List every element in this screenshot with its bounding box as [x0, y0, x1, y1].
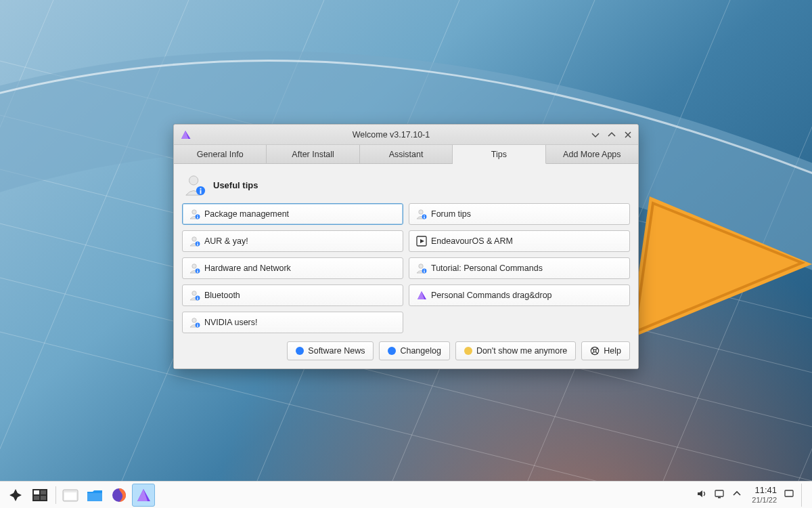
- button-label: Software News: [308, 346, 365, 356]
- svg-rect-21: [785, 490, 793, 496]
- app-launcher[interactable]: [4, 484, 27, 507]
- tab-label: After Install: [292, 150, 334, 159]
- face-icon: [464, 347, 472, 355]
- peek-desktop[interactable]: [784, 488, 794, 501]
- section-heading: Useful tips: [213, 180, 258, 190]
- endeavour-logo-icon: [179, 129, 191, 141]
- tip-personal-commands-dragdrop[interactable]: Personal Commands drag&drop: [409, 284, 630, 306]
- tab-tips[interactable]: Tips: [453, 145, 545, 164]
- kde-start-icon: [8, 488, 23, 503]
- globe-icon: [296, 347, 304, 355]
- tip-aur-yay[interactable]: AUR & yay!: [182, 230, 403, 252]
- tips-grid: Package management Forum tips AUR & yay!…: [182, 203, 630, 333]
- tip-label: Tutorial: Personal Commands: [431, 263, 543, 273]
- tip-tutorial-personal-commands[interactable]: Tutorial: Personal Commands: [409, 257, 630, 279]
- file-manager[interactable]: [59, 484, 82, 507]
- help-icon: [590, 346, 600, 356]
- endeavour-logo-icon: [416, 290, 427, 301]
- svg-rect-14: [34, 496, 39, 500]
- changelog-button[interactable]: Changelog: [379, 341, 449, 360]
- button-label: Don't show me anymore: [476, 346, 567, 356]
- firefox-icon: [111, 487, 127, 503]
- separator: [55, 486, 56, 504]
- tab-general-info[interactable]: General Info: [174, 145, 267, 163]
- tab-label: Add More Apps: [563, 150, 621, 159]
- tip-label: Forum tips: [431, 209, 471, 219]
- tab-add-more-apps[interactable]: Add More Apps: [546, 145, 638, 163]
- tip-label: Personal Commands drag&drop: [431, 291, 552, 300]
- tip-label: EndeavourOS & ARM: [431, 236, 513, 246]
- window-content: Useful tips: [174, 164, 638, 368]
- svg-rect-3: [200, 190, 202, 194]
- tip-label: Hardware and Network: [204, 263, 291, 273]
- svg-rect-13: [41, 490, 46, 494]
- tip-label: Bluetooth: [204, 291, 240, 300]
- close-button[interactable]: [623, 130, 633, 140]
- tip-endeavouros-arm[interactable]: EndeavourOS & ARM: [409, 230, 630, 252]
- person-info-icon: [416, 209, 427, 219]
- tip-label: NVIDIA users!: [204, 318, 258, 327]
- svg-rect-2: [200, 188, 202, 190]
- system-tray: 11:41 21/1/22: [696, 486, 797, 505]
- tip-hardware-network[interactable]: Hardware and Network: [182, 257, 403, 279]
- tab-after-install[interactable]: After Install: [267, 145, 359, 163]
- button-label: Help: [604, 346, 621, 356]
- person-info-icon: [189, 290, 200, 301]
- minimize-button[interactable]: [591, 130, 600, 140]
- clock-date: 21/1/22: [752, 496, 777, 505]
- welcome-app[interactable]: [132, 484, 155, 507]
- help-button[interactable]: Help: [581, 341, 630, 360]
- svg-point-10: [593, 350, 596, 352]
- button-label: Changelog: [400, 346, 441, 356]
- clock-time: 11:41: [752, 486, 777, 496]
- firefox[interactable]: [108, 484, 131, 507]
- svg-rect-20: [718, 497, 721, 499]
- show-desktop[interactable]: [801, 484, 808, 507]
- svg-point-0: [189, 176, 198, 185]
- svg-rect-19: [715, 490, 723, 496]
- play-square-icon: [416, 236, 427, 247]
- window-title: Welcome v3.17.10-1: [191, 130, 591, 140]
- person-info-icon: [189, 317, 200, 328]
- bottom-actions: Software News Changelog Don't show me an…: [182, 341, 630, 360]
- endeavour-logo-icon: [135, 487, 152, 503]
- dolphin-folder-icon: [86, 488, 104, 503]
- virtual-desktops[interactable]: [28, 484, 51, 507]
- svg-rect-15: [41, 496, 46, 500]
- person-info-icon: [189, 263, 200, 274]
- dolphin[interactable]: [83, 484, 106, 507]
- person-info-icon: [189, 209, 200, 219]
- maximize-button[interactable]: [607, 130, 616, 140]
- taskbar: 11:41 21/1/22: [0, 481, 812, 508]
- svg-rect-17: [64, 492, 76, 500]
- tip-nvidia-users[interactable]: NVIDIA users!: [182, 312, 403, 333]
- folder-icon: [62, 488, 78, 503]
- tab-assistant[interactable]: Assistant: [360, 145, 453, 163]
- tab-label: Tips: [491, 150, 507, 159]
- software-news-button[interactable]: Software News: [287, 341, 374, 360]
- globe-icon: [388, 347, 396, 355]
- tab-label: General Info: [197, 150, 244, 159]
- person-info-icon: [189, 236, 200, 247]
- network-icon[interactable]: [714, 488, 725, 501]
- person-info-icon: [183, 173, 206, 196]
- tab-label: Assistant: [389, 150, 424, 159]
- tip-forum-tips[interactable]: Forum tips: [409, 203, 630, 225]
- welcome-window: Welcome v3.17.10-1 General Info After In…: [173, 124, 639, 369]
- dont-show-button[interactable]: Don't show me anymore: [455, 341, 576, 360]
- clock[interactable]: 11:41 21/1/22: [752, 486, 777, 505]
- svg-rect-12: [34, 490, 39, 494]
- person-info-icon: [416, 263, 427, 274]
- tab-bar: General Info After Install Assistant Tip…: [174, 145, 638, 164]
- tray-expand[interactable]: [731, 488, 742, 501]
- tip-bluetooth[interactable]: Bluetooth: [182, 284, 403, 306]
- tip-package-management[interactable]: Package management: [182, 203, 403, 225]
- tip-label: AUR & yay!: [204, 236, 248, 246]
- tip-label: Package management: [204, 209, 289, 219]
- desktops-icon: [32, 488, 48, 502]
- section-header: Useful tips: [183, 173, 630, 196]
- titlebar[interactable]: Welcome v3.17.10-1: [174, 125, 638, 145]
- volume-icon[interactable]: [696, 488, 707, 501]
